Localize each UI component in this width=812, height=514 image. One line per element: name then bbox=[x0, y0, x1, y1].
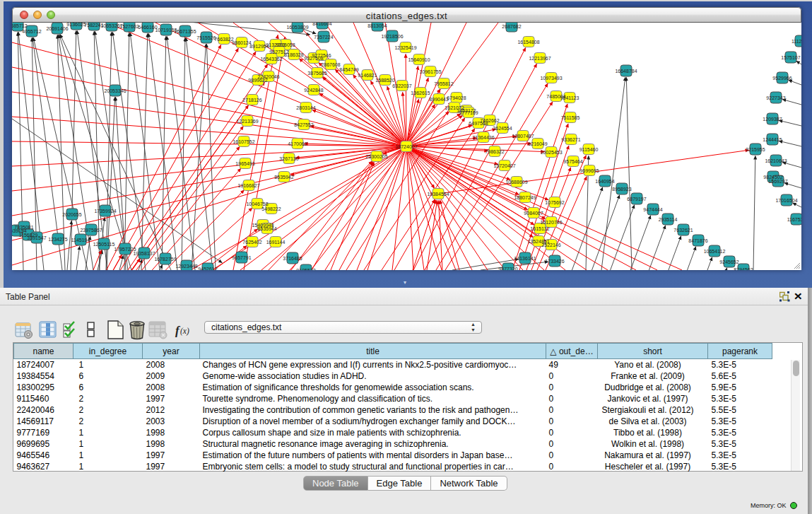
svg-text:17016504: 17016504 bbox=[775, 198, 797, 203]
svg-text:7955812: 7955812 bbox=[434, 81, 453, 86]
svg-text:1527602: 1527602 bbox=[119, 24, 139, 29]
svg-text:9136025: 9136025 bbox=[66, 23, 86, 27]
svg-text:1145194: 1145194 bbox=[71, 238, 90, 243]
svg-text:2522146: 2522146 bbox=[541, 243, 560, 247]
svg-text:4685712: 4685712 bbox=[12, 23, 28, 28]
svg-text:3624554: 3624554 bbox=[493, 126, 512, 131]
svg-text:7835081: 7835081 bbox=[14, 225, 33, 230]
svg-text:7511585: 7511585 bbox=[561, 115, 580, 120]
svg-text:12213967: 12213967 bbox=[529, 56, 551, 61]
svg-text:19358137: 19358137 bbox=[133, 251, 155, 256]
svg-text:16120746: 16120746 bbox=[540, 220, 562, 225]
svg-text:1569297: 1569297 bbox=[768, 179, 787, 184]
svg-text:10654112: 10654112 bbox=[704, 249, 726, 254]
svg-text:8958923: 8958923 bbox=[612, 187, 631, 192]
svg-text:12505115: 12505115 bbox=[93, 242, 115, 247]
svg-text:1362615: 1362615 bbox=[411, 90, 430, 95]
svg-text:7663822: 7663822 bbox=[214, 37, 233, 42]
svg-text:19384554: 19384554 bbox=[427, 192, 449, 197]
svg-text:6794028: 6794028 bbox=[447, 95, 466, 100]
svg-text:15720407: 15720407 bbox=[493, 163, 515, 168]
svg-text:10046758: 10046758 bbox=[246, 201, 268, 206]
svg-text:16154808: 16154808 bbox=[517, 40, 539, 45]
svg-text:14136141: 14136141 bbox=[514, 256, 536, 261]
svg-text:16543362: 16543362 bbox=[260, 57, 282, 62]
svg-text:9452612: 9452612 bbox=[198, 267, 217, 271]
svg-text:8215955: 8215955 bbox=[746, 147, 765, 152]
svg-text:9841123: 9841123 bbox=[560, 95, 579, 100]
svg-text:6322037: 6322037 bbox=[392, 83, 411, 88]
svg-text:3875685: 3875685 bbox=[307, 71, 326, 76]
svg-text:10961755: 10961755 bbox=[419, 69, 441, 74]
svg-text:12325419: 12325419 bbox=[394, 45, 416, 50]
svg-text:7625402: 7625402 bbox=[242, 240, 261, 245]
svg-text:1112084: 1112084 bbox=[792, 39, 801, 44]
svg-text:6879197: 6879197 bbox=[627, 197, 646, 201]
svg-text:8990443: 8990443 bbox=[429, 97, 448, 102]
svg-text:9699695: 9699695 bbox=[579, 168, 599, 173]
svg-text:3716485: 3716485 bbox=[283, 256, 302, 261]
svg-text:19218506: 19218506 bbox=[381, 34, 403, 39]
svg-text:9777169: 9777169 bbox=[459, 110, 478, 115]
svg-text:18807249: 18807249 bbox=[514, 195, 536, 200]
svg-text:4170062: 4170062 bbox=[288, 141, 307, 146]
svg-text:12213369: 12213369 bbox=[236, 119, 258, 124]
svg-text:8535944: 8535944 bbox=[257, 226, 276, 231]
svg-text:1733426: 1733426 bbox=[545, 259, 564, 264]
svg-text:9146821: 9146821 bbox=[358, 73, 377, 78]
svg-text:2687682: 2687682 bbox=[502, 24, 521, 29]
svg-text:7462662: 7462662 bbox=[480, 118, 499, 123]
svg-text:16671355: 16671355 bbox=[174, 29, 196, 34]
svg-text:10025453: 10025453 bbox=[540, 150, 562, 155]
svg-text:25300205: 25300205 bbox=[365, 154, 387, 159]
svg-text:1588520: 1588520 bbox=[375, 78, 394, 83]
svg-text:5498222: 5498222 bbox=[261, 206, 281, 211]
svg-text:9132203: 9132203 bbox=[266, 42, 285, 47]
svg-text:6216049: 6216049 bbox=[528, 141, 547, 146]
svg-text:9657791: 9657791 bbox=[232, 255, 251, 260]
svg-text:1075692: 1075692 bbox=[545, 200, 564, 205]
svg-text:1209387: 1209387 bbox=[763, 117, 782, 122]
svg-text:10807487: 10807487 bbox=[512, 134, 534, 139]
svg-text:8416604: 8416604 bbox=[312, 23, 331, 26]
svg-text:18724007: 18724007 bbox=[395, 144, 417, 149]
svg-text:8454749: 8454749 bbox=[339, 67, 358, 72]
svg-text:8471876: 8471876 bbox=[688, 238, 707, 243]
svg-text:1615132: 1615132 bbox=[530, 226, 549, 231]
svg-text:2020655: 2020655 bbox=[62, 212, 81, 217]
svg-text:7357224: 7357224 bbox=[314, 35, 333, 40]
svg-text:9529966: 9529966 bbox=[772, 76, 792, 81]
svg-text:8794562: 8794562 bbox=[734, 267, 753, 271]
svg-text:3391547: 3391547 bbox=[27, 235, 46, 240]
svg-text:2935114: 2935114 bbox=[659, 217, 678, 222]
svg-text:7632621: 7632621 bbox=[673, 228, 693, 233]
svg-text:3267130: 3267130 bbox=[279, 156, 298, 161]
svg-text:9272546: 9272546 bbox=[312, 53, 331, 58]
svg-text:9242848: 9242848 bbox=[304, 88, 323, 93]
svg-text:8427552: 8427552 bbox=[294, 122, 313, 127]
svg-text:19166827: 19166827 bbox=[237, 183, 259, 188]
svg-text:16782759: 16782759 bbox=[154, 257, 176, 262]
svg-text:9084067: 9084067 bbox=[524, 211, 543, 216]
svg-text:9627512: 9627512 bbox=[269, 49, 288, 54]
svg-text:7515526: 7515526 bbox=[196, 35, 216, 40]
svg-text:10688609: 10688609 bbox=[505, 180, 527, 185]
svg-text:12923448: 12923448 bbox=[175, 264, 197, 269]
svg-text:20053346: 20053346 bbox=[104, 88, 126, 93]
svg-text:1965493: 1965493 bbox=[235, 161, 254, 166]
svg-text:17359924: 17359924 bbox=[94, 209, 116, 214]
svg-text:(x): (x) bbox=[180, 327, 189, 336]
svg-text:21364436: 21364436 bbox=[472, 135, 494, 140]
svg-text:1244415: 1244415 bbox=[763, 137, 782, 142]
svg-text:1640954: 1640954 bbox=[595, 179, 614, 184]
svg-text:9877320: 9877320 bbox=[498, 267, 517, 271]
svg-text:2803144: 2803144 bbox=[296, 105, 315, 110]
svg-text:1167533: 1167533 bbox=[787, 217, 801, 222]
svg-text:9860124: 9860124 bbox=[232, 40, 251, 45]
svg-text:9575464: 9575464 bbox=[563, 159, 582, 164]
svg-text:23975867: 23975867 bbox=[80, 228, 102, 233]
svg-text:20691406: 20691406 bbox=[46, 26, 68, 31]
svg-text:7986322: 7986322 bbox=[485, 149, 504, 154]
svg-text:9899622: 9899622 bbox=[248, 78, 267, 83]
svg-text:1234275: 1234275 bbox=[48, 237, 67, 242]
